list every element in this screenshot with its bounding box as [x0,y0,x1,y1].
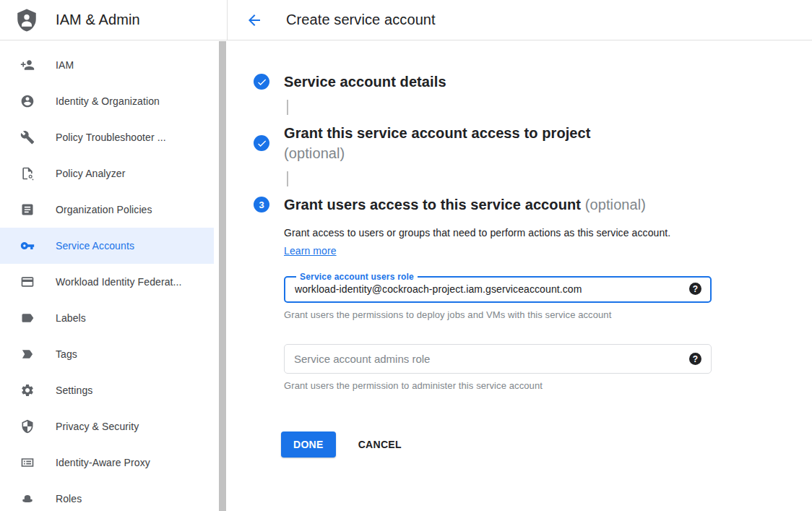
sidebar-item-label: Tags [56,348,77,360]
step-2-title-text: Grant this service account access to pro… [284,125,591,141]
users-role-helper-text: Grant users the permissions to deploy jo… [284,309,812,320]
sidebar-item-iam[interactable]: IAM [0,47,214,83]
sidebar-header: IAM & Admin [0,0,228,40]
sidebar-item-label: Identity-Aware Proxy [56,457,150,468]
sidebar-item-policy-analyzer[interactable]: Policy Analyzer [0,155,214,192]
gear-icon [20,383,35,398]
page-header: Create service account [228,0,812,40]
tag-icon [20,347,35,361]
sidebar-item-label: Settings [56,385,92,396]
service-accounts-key-icon [20,239,35,253]
sidebar-item-label: Policy Troubleshooter ... [56,132,166,143]
wizard-actions: DONE CANCEL [281,431,812,458]
help-icon[interactable]: ? [689,283,701,295]
back-arrow-icon[interactable] [246,12,263,29]
step-1-service-account-details: Service account details [254,72,812,92]
sidebar-item-privacy-security[interactable]: Privacy & Security [0,408,214,445]
sidebar-item-label: Policy Analyzer [56,168,125,179]
sidebar-item-identity-organization[interactable]: Identity & Organization [0,83,214,119]
label-icon [20,311,35,325]
org-policies-icon [20,202,35,217]
step-2-check-icon [254,135,269,151]
sidebar-item-label: Roles [56,493,82,504]
admins-role-input[interactable] [294,353,681,365]
sidebar-item-label: IAM [56,59,74,71]
sidebar-item-service-accounts[interactable]: Service Accounts [0,228,214,264]
policy-analyzer-icon [20,166,35,181]
wrench-icon [20,130,35,145]
iam-admin-shield-logo-icon [14,7,39,34]
person-add-icon [20,58,35,72]
step-connector [287,100,288,115]
step-3-number-badge: 3 [254,197,269,212]
sidebar-item-label: Identity & Organization [56,95,160,107]
sidebar-item-tags[interactable]: Tags [0,336,214,372]
step-3-description: Grant access to users or groups that nee… [284,224,696,260]
step-3-optional-label: (optional) [585,197,646,212]
sidebar-scrollbar[interactable] [219,41,226,511]
sidebar-item-workload-identity-federation[interactable]: Workload Identity Federat... [0,264,214,300]
sidebar-item-labels[interactable]: Labels [0,300,214,336]
step-1-check-icon [254,74,269,90]
admins-role-helper-text: Grant users the permission to administer… [284,380,812,391]
sidebar-item-identity-aware-proxy[interactable]: Identity-Aware Proxy [0,445,214,481]
sidebar-item-label: Privacy & Security [56,421,139,432]
step-2-title: Grant this service account access to pro… [284,123,591,163]
service-account-users-role-field: Service account users role ? [284,272,712,303]
step-2-grant-access-to-project: Grant this service account access to pro… [254,123,812,163]
proxy-icon [20,455,35,470]
help-icon[interactable]: ? [689,353,701,365]
sidebar-item-label: Organization Policies [56,204,152,215]
page-title: Create service account [286,12,436,28]
identity-icon [20,94,35,108]
sidebar-nav: IAM Identity & Organization Policy Troub… [0,40,228,511]
workload-identity-icon [20,275,35,289]
sidebar-product-title: IAM & Admin [56,12,140,28]
step-2-optional-label: (optional) [284,143,591,163]
users-role-field-label: Service account users role [296,272,418,282]
service-account-admins-role-field: ? [284,344,712,374]
sidebar-item-label: Workload Identity Federat... [56,276,182,288]
sidebar-item-organization-policies[interactable]: Organization Policies [0,192,214,228]
cancel-button[interactable]: CANCEL [358,439,402,450]
description-text: Grant access to users or groups that nee… [284,227,670,239]
sidebar-item-roles[interactable]: Roles [0,481,214,511]
users-role-input[interactable] [295,283,681,295]
done-button[interactable]: DONE [281,431,336,458]
step-1-title: Service account details [284,72,446,92]
learn-more-link[interactable]: Learn more [284,245,337,257]
step-3-title: Grant users access to this service accou… [284,194,646,215]
shield-icon [20,419,35,434]
iam-admin-sidebar: IAM & Admin IAM Identity & Organization [0,0,228,511]
sidebar-item-label: Labels [56,312,86,324]
main-panel: Create service account Service account d… [228,0,812,511]
sidebar-item-policy-troubleshooter[interactable]: Policy Troubleshooter ... [0,119,214,155]
gcp-console-window: IAM & Admin IAM Identity & Organization [0,0,812,511]
sidebar-item-settings[interactable]: Settings [0,372,214,408]
sidebar-item-label: Service Accounts [56,240,134,252]
wizard-content: Service account details Grant this servi… [228,40,812,458]
step-3-grant-users-access: 3 Grant users access to this service acc… [254,194,812,215]
step-3-title-text: Grant users access to this service accou… [284,197,581,212]
roles-hat-icon [20,491,35,506]
step-connector [287,171,288,186]
step-3-body: Grant access to users or groups that nee… [284,224,812,458]
